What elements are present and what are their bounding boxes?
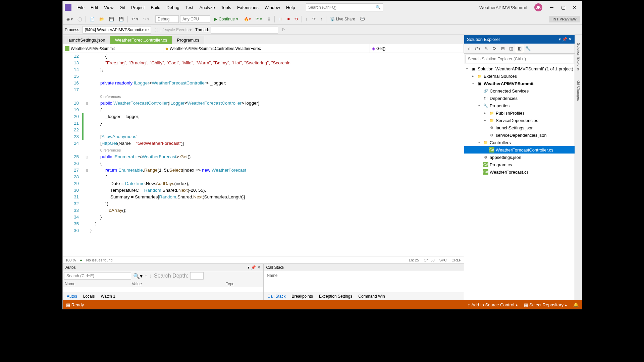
hot-reload-button[interactable]: 🔥▾ [242,16,253,22]
tree-node[interactable]: ▸📁PublishProfiles [464,109,575,117]
pin-icon[interactable]: 📌 [562,37,567,42]
properties-button[interactable]: 🔧 [524,45,532,52]
column-label[interactable]: Ch: 50 [424,258,434,262]
menu-build[interactable]: Build [148,4,163,11]
feedback-button[interactable]: 💬 [358,16,367,22]
nav-forward-button[interactable]: ◯ [76,16,84,22]
tree-node[interactable]: ▾🔧Properties [464,102,575,109]
depth-input[interactable] [190,272,204,280]
show-all-button[interactable]: ◫ [507,45,515,52]
search-icon[interactable]: 🔍▾ [133,273,143,279]
notifications-button[interactable]: 🔔 [573,302,579,307]
pin-icon[interactable]: 📌 [251,265,256,270]
redo-button[interactable]: ↷ ▾ [141,16,151,22]
lifecycle-events-button[interactable]: ⬚ Lifecycle Events ▾ [153,26,193,33]
fold-gutter[interactable]: ⊟⊟⊟ [84,53,90,256]
undo-button[interactable]: ↶ ▾ [130,16,140,22]
menu-git[interactable]: Git [117,4,128,11]
tree-node[interactable]: 🔗Connected Services [464,87,575,95]
up-icon[interactable]: ↑ [145,273,147,279]
panel-tab[interactable]: Watch 1 [98,293,118,300]
thread-select[interactable] [211,26,278,34]
close-icon[interactable]: ✕ [257,265,261,270]
issues-label[interactable]: No issues found [86,258,113,262]
menu-help[interactable]: Help [283,4,298,11]
tree-node[interactable]: ⚙serviceDependencies.json [464,131,575,139]
callstack-col-name[interactable]: Name [265,273,463,279]
vertical-tab[interactable]: Git Changes [576,79,581,102]
save-all-button[interactable]: 💾 [117,16,125,22]
tree-node[interactable]: C#WeatherForecast.cs [464,168,575,176]
tree-node[interactable]: ▾📁Controllers [464,139,575,146]
save-button[interactable]: 💾 [107,16,116,22]
pending-changes-button[interactable]: ✎ [482,45,490,52]
editor-tab[interactable]: launchSettings.json [63,36,110,44]
solution-node[interactable]: ▾▣ Solution 'WeatherAPIMVPSummit' (1 of … [464,65,575,72]
dropdown-icon[interactable]: ▾ [248,265,250,270]
browser-button[interactable]: 🖥 [265,16,272,22]
sync-button[interactable]: ⟳ [491,45,498,52]
indent-label[interactable]: SPC [439,258,447,262]
menu-window[interactable]: Window [262,4,283,11]
context-project-select[interactable]: WeatherAPIMVPSummit [63,44,163,53]
step-out-button[interactable]: ↑ [319,16,324,22]
code-content[interactable]: { "Freezing", "Bracing", "Chilly", "Cool… [90,53,464,256]
continue-button[interactable]: ▶ Continue ▾ [212,16,241,22]
break-all-button[interactable]: ⏸ [277,16,284,22]
tree-node[interactable]: ⚙launchSettings.json [464,124,575,131]
tree-node[interactable]: C#WeatherForecastController.cs [464,146,575,154]
panel-tab[interactable]: Locals [80,293,98,300]
maximize-button[interactable]: ▢ [558,3,569,12]
context-class-select[interactable]: ◆WeatherAPIMVPSummit.Controllers.Weather… [163,44,370,53]
add-source-control-button[interactable]: ↑ Add to Source Control ▴ [468,302,518,307]
collapse-all-button[interactable]: ⊟ [499,45,506,52]
panel-tab[interactable]: Call Stack [265,293,288,300]
new-file-button[interactable]: 📄 [88,16,96,22]
editor-tab[interactable]: WeatherForec...ontroller.cs [110,36,172,44]
preview-button[interactable]: ◧ [516,45,523,52]
zoom-level[interactable]: 100 % [65,258,76,262]
dropdown-icon[interactable]: ▾ [559,37,561,42]
configuration-select[interactable]: Debug [155,15,179,23]
step-into-button[interactable]: ↓ [304,16,309,22]
menu-project[interactable]: Project [128,4,147,11]
process-select[interactable]: [9404] WeatherAPIMVPSummit.exe [83,26,151,34]
line-label[interactable]: Ln: 25 [409,258,419,262]
tree-node[interactable]: ⚙appsettings.json [464,154,575,161]
menu-edit[interactable]: Edit [88,4,101,11]
open-button[interactable]: 📂 [98,16,106,22]
code-editor[interactable]: 1213141516171819202122232425262728293031… [63,53,464,256]
solution-tree[interactable]: ▾▣ Solution 'WeatherAPIMVPSummit' (1 of … [464,64,575,300]
switch-views-button[interactable]: ⇄▾ [474,45,481,52]
close-icon[interactable]: ✕ [569,37,572,42]
global-search-input[interactable]: Search (Ctrl+Q) 🔍 [306,3,383,11]
stack-frame-button[interactable]: 🏳 [280,26,287,33]
select-repository-button[interactable]: ▦ Select Repository ▴ [524,302,567,307]
col-value[interactable]: Value [132,282,226,286]
menu-tools[interactable]: Tools [218,4,234,11]
platform-select[interactable]: Any CPU [180,15,210,23]
autos-search-input[interactable] [64,272,131,280]
tree-node[interactable]: ▾▣WeatherAPIMVPSummit [464,80,575,87]
restart-debug-button[interactable]: ⟲ [293,16,300,22]
menu-extensions[interactable]: Extensions [234,4,261,11]
panel-tab[interactable]: Breakpoints [289,293,316,300]
panel-tab[interactable]: Command Win [356,293,387,300]
nav-back-button[interactable]: ◉ ▾ [65,16,74,22]
tree-node[interactable]: C#Program.cs [464,161,575,168]
col-type[interactable]: Type [226,282,234,286]
step-over-button[interactable]: ↷ [311,16,317,22]
eol-label[interactable]: CRLF [451,258,461,262]
home-button[interactable]: ⌂ [466,45,473,52]
menu-analyze[interactable]: Analyze [197,4,217,11]
close-button[interactable]: ✕ [569,3,580,12]
menu-file[interactable]: File [75,4,87,11]
menu-test[interactable]: Test [183,4,196,11]
minimize-button[interactable]: ─ [546,3,557,12]
user-avatar[interactable]: JK [534,3,542,11]
menu-view[interactable]: View [101,4,116,11]
stop-button[interactable]: ■ [285,16,291,22]
context-method-select[interactable]: ◈Get() [370,44,464,53]
live-share-button[interactable]: 📡 Live Share [328,16,357,22]
solution-search-input[interactable] [466,55,573,63]
